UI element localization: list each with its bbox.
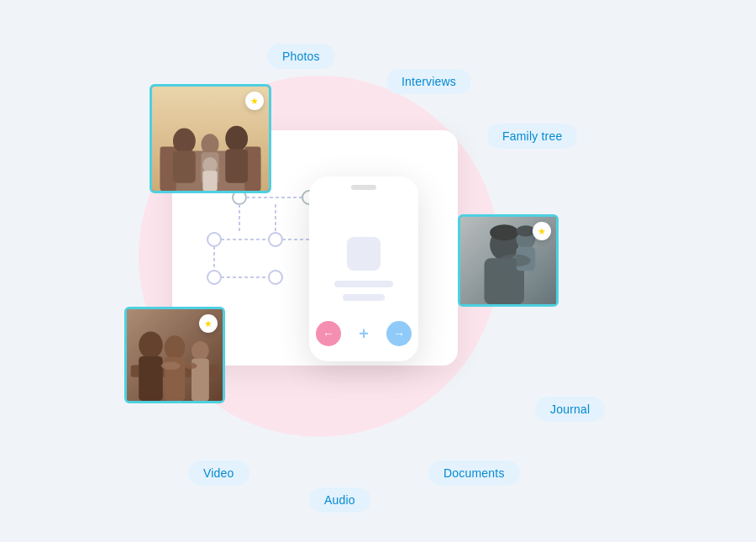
label-audio[interactable]: Audio: [309, 487, 370, 513]
photo-star-2: ★: [533, 222, 551, 240]
label-video[interactable]: Video: [188, 460, 249, 486]
phone-content-line-1: [334, 281, 393, 287]
phone-content-line-2: [343, 294, 385, 301]
svg-point-8: [207, 271, 221, 284]
label-journal[interactable]: Journal: [535, 397, 605, 422]
phone-notch: [351, 185, 376, 190]
photo-card-dinner: ★: [124, 307, 225, 403]
phone-mockup: ← + →: [309, 176, 418, 361]
svg-point-10: [269, 271, 282, 284]
phone-add-button[interactable]: +: [351, 321, 376, 346]
label-family-tree[interactable]: Family tree: [487, 124, 577, 149]
photo-card-mother: ★: [458, 214, 559, 307]
phone-bottom-bar: ← + →: [316, 321, 412, 346]
main-scene: ★: [0, 0, 756, 542]
label-photos[interactable]: Photos: [267, 44, 335, 69]
label-documents[interactable]: Documents: [428, 460, 520, 486]
phone-content-icon: [347, 237, 381, 271]
svg-point-5: [269, 233, 282, 246]
phone-next-button[interactable]: →: [386, 321, 412, 346]
svg-point-3: [207, 233, 221, 246]
label-interviews[interactable]: Interviews: [386, 69, 471, 94]
phone-prev-button[interactable]: ←: [316, 321, 341, 346]
photo-star-1: ★: [245, 92, 264, 110]
photo-star-3: ★: [199, 314, 218, 333]
photo-card-family: ★: [150, 84, 271, 193]
